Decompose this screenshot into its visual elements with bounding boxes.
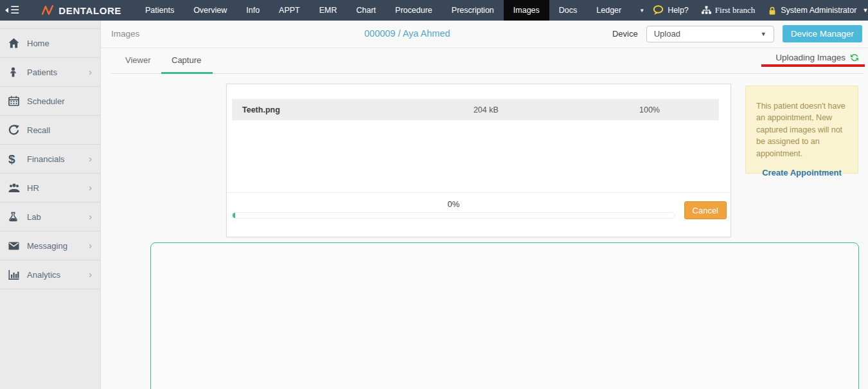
file-name: Teeth.png (242, 105, 280, 114)
nav-item-ledger[interactable]: Ledger (587, 0, 631, 21)
overall-progress-bar (232, 212, 675, 219)
red-annotation-underline (761, 64, 865, 67)
chevron-right-icon: › (89, 212, 92, 221)
user-caret-icon: ▼ (862, 7, 868, 14)
sidebar-item-recall[interactable]: Recall (0, 116, 100, 145)
nav-item-appt[interactable]: APPT (269, 0, 310, 21)
sidebar-item-financials[interactable]: $ Financials › (0, 145, 100, 174)
app-logo[interactable]: DENTALORE (41, 0, 121, 21)
capture-drop-area[interactable] (150, 242, 859, 389)
uploading-status: Uploading Images (775, 53, 860, 62)
nav-more-caret-icon[interactable]: ▼ (631, 0, 653, 21)
sidebar-item-label: Lab (27, 212, 41, 222)
nav-item-images[interactable]: Images (504, 0, 549, 21)
cancel-upload-button[interactable]: Cancel (684, 201, 727, 219)
sidebar-item-messaging[interactable]: Messaging › (0, 231, 100, 260)
chevron-right-icon: › (89, 68, 92, 77)
upload-panel: Teeth.png 204 kB 100% 0% Cancel (226, 84, 731, 237)
device-select-value: Upload (654, 29, 680, 39)
pulse-logo-icon (41, 5, 54, 16)
sidebar-item-label: Scheduler (27, 96, 65, 106)
chevron-right-icon: › (89, 241, 92, 250)
active-tab-indicator (161, 72, 213, 74)
recall-icon (8, 125, 27, 136)
sidebar-item-lab[interactable]: Lab › (0, 203, 100, 231)
patient-icon (8, 67, 27, 77)
tabs-divider (111, 73, 864, 74)
notice-message: This patient doesn't have an appointment… (756, 102, 846, 158)
sidebar-item-patients[interactable]: Patients › (0, 58, 100, 87)
collapse-arrow-icon (5, 8, 8, 13)
device-manager-button[interactable]: Device Manager (783, 25, 862, 42)
nav-item-chart[interactable]: Chart (347, 0, 386, 21)
upload-file-row: Teeth.png 204 kB 100% (232, 99, 719, 120)
brand-name: DENTALORE (58, 5, 121, 16)
nav-item-procedure[interactable]: Procedure (385, 0, 442, 21)
refresh-icon (849, 53, 860, 62)
upload-panel-footer: 0% Cancel (227, 192, 731, 237)
nav-item-emr[interactable]: EMR (310, 0, 347, 21)
sidebar-item-label: Recall (27, 125, 50, 135)
sidebar-menu: Home Patients › (0, 28, 100, 289)
file-size: 204 kB (474, 105, 499, 114)
help-label: Help? (668, 6, 689, 15)
image-tabs: Viewer Capture (101, 48, 868, 74)
sidebar-item-label: HR (27, 183, 39, 193)
help-bubble-icon (653, 5, 664, 15)
user-label: System Administrator (781, 6, 856, 15)
envelope-icon (8, 242, 27, 250)
chevron-right-icon: › (89, 183, 92, 192)
flask-icon (8, 212, 27, 222)
sidebar: Home Patients › (0, 21, 101, 389)
chevron-right-icon: › (89, 154, 92, 163)
device-select[interactable]: Upload ▼ (646, 26, 774, 42)
sidebar-item-label: Financials (27, 154, 65, 164)
sidebar-collapse-button[interactable]: ☰ (0, 0, 24, 21)
nav-item-overview[interactable]: Overview (184, 0, 236, 21)
uploading-status-label: Uploading Images (775, 53, 846, 62)
dollar-icon: $ (8, 153, 27, 165)
select-caret-icon: ▼ (761, 31, 766, 37)
nav-item-info[interactable]: Info (236, 0, 269, 21)
overall-progress-percent: 0% (232, 199, 675, 209)
sidebar-item-hr[interactable]: HR › (0, 174, 100, 203)
sidebar-item-analytics[interactable]: Analytics › (0, 260, 100, 289)
sidebar-item-scheduler[interactable]: Scheduler (0, 87, 100, 116)
branch-sitemap-icon (702, 6, 711, 15)
progress-fill (233, 213, 235, 218)
sidebar-item-label: Analytics (27, 270, 60, 280)
nav-item-docs[interactable]: Docs (549, 0, 587, 21)
lock-icon (768, 6, 777, 15)
device-controls: Device Upload ▼ Device Manager (612, 25, 862, 42)
sidebar-item-label: Home (27, 39, 49, 48)
top-nav-menu: Patients Overview Info APPT EMR Chart Pr… (136, 0, 653, 21)
topbar-right-group: Help? First branch System A (653, 0, 868, 21)
tab-capture[interactable]: Capture (172, 55, 201, 65)
user-menu[interactable]: System Administrator ▼ (768, 6, 868, 15)
branch-label: First branch (715, 5, 755, 15)
menu-icon: ☰ (10, 5, 19, 15)
device-label: Device (612, 29, 638, 39)
page-title: Images (111, 29, 139, 39)
home-icon (8, 38, 27, 48)
people-icon (8, 183, 27, 193)
patient-link[interactable]: 000009 / Aya Ahmed (364, 28, 450, 39)
calendar-icon (8, 96, 27, 106)
top-navigation-bar: ☰ DENTALORE Patients Overview Info APPT … (0, 0, 868, 21)
chevron-right-icon: › (89, 270, 92, 279)
sidebar-item-label: Patients (27, 68, 57, 77)
help-menu[interactable]: Help? (653, 5, 689, 15)
tab-viewer[interactable]: Viewer (125, 55, 151, 65)
branch-selector[interactable]: First branch (702, 5, 755, 15)
nav-item-patients[interactable]: Patients (136, 0, 184, 21)
nav-item-prescription[interactable]: Prescription (442, 0, 504, 21)
file-progress-percent: 100% (639, 105, 660, 114)
sidebar-item-home[interactable]: Home (0, 29, 100, 58)
page-header: Images 000009 / Aya Ahmed Device Upload … (101, 21, 868, 48)
sidebar-item-label: Messaging (27, 241, 67, 251)
appointment-notice: This patient doesn't have an appointment… (745, 86, 858, 174)
create-appointment-link[interactable]: Create Appointment (756, 167, 847, 179)
bar-chart-icon (8, 270, 27, 280)
